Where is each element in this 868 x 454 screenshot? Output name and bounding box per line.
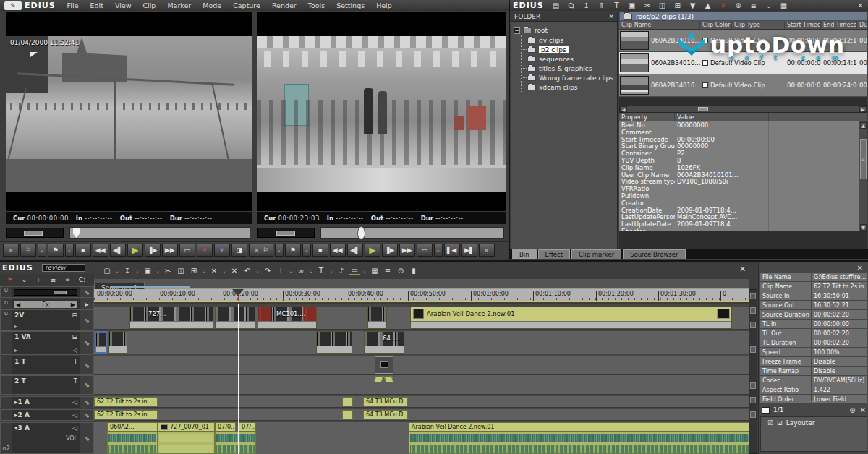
delete-icon[interactable]: ✕ [208,267,220,275]
save-menu[interactable]: ⌄ [155,268,161,273]
track-header-2a[interactable]: ▸2 A◁ ∿ [0,409,94,421]
clip-row[interactable]: 060A2B34010... Default Video Clip 00:00:… [619,30,867,52]
audio-clip[interactable] [342,410,353,419]
levels-icon[interactable]: ≣ [48,276,59,283]
sync-icon[interactable]: ⊙ [395,267,407,275]
loop-button[interactable]: ▭ [179,244,195,257]
menu-item[interactable]: Marker [161,1,197,9]
paste-menu[interactable]: ⌄ [201,268,207,273]
checkbox-checked-icon[interactable]: ☑ [767,419,773,427]
waveform-toggle-icon[interactable]: ∿ [80,410,93,420]
track-scroll-button[interactable] [750,322,756,328]
property-column-header[interactable]: Property [619,113,675,121]
scroll-up-icon[interactable]: ▲ [860,122,867,129]
undo-menu[interactable]: ⌄ [255,268,260,273]
source-position-knob[interactable] [73,228,80,238]
clip-row[interactable]: 060A2B34010... Default Video Clip 00:00:… [619,74,867,97]
render-icon[interactable]: ▭ [349,266,360,275]
bin-tab[interactable]: Bin [512,249,537,259]
collapse-icon[interactable]: − [514,27,520,34]
waveform-toggle-icon[interactable]: ∿ [80,287,93,297]
loop-menu[interactable]: ⌄ [434,244,443,257]
track-scroll-button[interactable] [750,293,756,299]
ripple-delete-icon[interactable]: ✕ [229,267,240,275]
audio-clip-header[interactable]: 07/... [239,422,256,432]
stop-button[interactable]: ■ [312,244,328,257]
project-name-field[interactable]: review [42,264,85,272]
audio-clip[interactable]: 64 T3 MCu D... [363,410,408,419]
delete-menu[interactable]: ⌄ [221,268,227,273]
audio-clip[interactable] [342,397,353,406]
up-folder-icon[interactable]: ↥ [580,1,593,11]
column-header[interactable]: Clip Color [700,21,732,29]
column-header[interactable]: Clip Type [732,21,785,29]
marker-menu[interactable]: ⌄ [19,276,30,283]
track-scroll-strip[interactable] [749,289,757,454]
playhead-line[interactable] [238,304,239,454]
set-in-button[interactable]: ⚐ [20,244,36,257]
menu-item[interactable]: Mode [197,1,227,9]
folder-item[interactable]: xdcam clips [522,82,615,92]
sync-node-icon[interactable]: + [33,276,44,283]
timeline-ruler[interactable]: 00:00:00:0000:00:10:0000:00:20:0000:00:3… [94,289,749,302]
cut-icon[interactable]: ✂ [641,1,654,11]
menu-item[interactable]: Capture [227,1,266,9]
video-clip[interactable]: MC101.... [258,307,317,329]
bin-tab[interactable]: Effect [538,249,570,259]
audio-waveform[interactable] [215,432,256,454]
expand-icon[interactable]: ▸ [14,347,17,354]
next-frame-button[interactable]: ▐▶ [145,244,161,257]
menu-item[interactable]: Edit [85,1,109,9]
folder-item[interactable]: sequences [522,54,615,64]
waveform-toggle-icon[interactable]: ∿ [80,397,93,408]
marker-blue-button[interactable]: ▼ [214,244,230,257]
set-in-menu[interactable]: ⌄ [275,244,284,257]
scroll-left-icon[interactable]: ◀ [620,106,627,112]
move-up-icon[interactable]: ▲ [702,1,715,11]
track-height-slider[interactable] [14,289,77,296]
drive-icon[interactable]: C: [77,276,88,283]
menu-item[interactable]: Clip [137,1,161,9]
app-icon[interactable]: ✎ [4,1,22,10]
track-header-1va[interactable]: 1 VA⊟▸◁ ∿ [0,331,94,355]
scrollbar-thumb[interactable] [698,107,708,111]
speaker-icon[interactable]: ◁ [72,411,77,419]
close-icon[interactable]: ✕ [858,1,864,9]
fx-selector[interactable]: ◀Fx▶ [14,301,77,308]
title-clip[interactable] [375,356,393,374]
grid-icon[interactable]: ⊟ [72,312,77,319]
new-folder-icon[interactable]: ▤ [550,1,563,11]
title-icon[interactable]: T [610,1,624,11]
grid-icon[interactable]: ▦ [369,267,380,275]
cut-icon[interactable]: ✂ [162,267,174,275]
paste-icon[interactable]: ⊞ [671,1,684,11]
waveform-toggle-icon[interactable]: ∿ [80,423,93,453]
grid-icon[interactable]: ⊟ [72,333,77,340]
mute-group-icon[interactable]: ∪ [1,287,12,297]
audio-clip-header[interactable]: 07/0... [215,422,236,432]
video-clip[interactable] [95,331,107,354]
track-lane-1a[interactable]: 62 T2 Tilt to 2s in ...64 T3 MCu D... [94,396,749,408]
goto-in-button[interactable]: ▌◀ [444,244,460,257]
loop-button[interactable]: ▭ [417,244,433,257]
video-clip[interactable]: 64 ... [364,331,404,354]
folder-item[interactable]: dv clips [522,35,615,45]
new-sequence-menu[interactable]: ⌄ [114,268,120,273]
stop-button[interactable]: ■ [75,244,91,257]
redo-icon[interactable]: ↷ [262,267,273,275]
marker-red-button[interactable]: ▼ [197,244,213,257]
remove-effect-icon[interactable]: ✕ [860,406,866,414]
program-position-knob[interactable] [357,226,365,239]
track-scroll-button[interactable] [750,307,756,314]
video-clip[interactable] [316,331,352,354]
save-icon[interactable]: ▣ [142,267,153,275]
audio-clip-header[interactable]: Arabian Veil Dance 2.new.01 [409,422,749,432]
column-header[interactable]: Dur... [857,21,867,29]
scroll-right-icon[interactable]: ▶ [859,106,867,112]
properties-icon[interactable]: ⊛ [732,1,745,11]
goto-out-button[interactable]: ▶▌ [461,244,477,257]
track-scroll-button[interactable] [750,397,756,403]
voiceover-icon[interactable]: ♪ [336,267,347,275]
toolbox-icon[interactable]: ▦ [778,1,791,11]
effect-row[interactable]: ☑ ⊡ Layouter [761,417,867,428]
